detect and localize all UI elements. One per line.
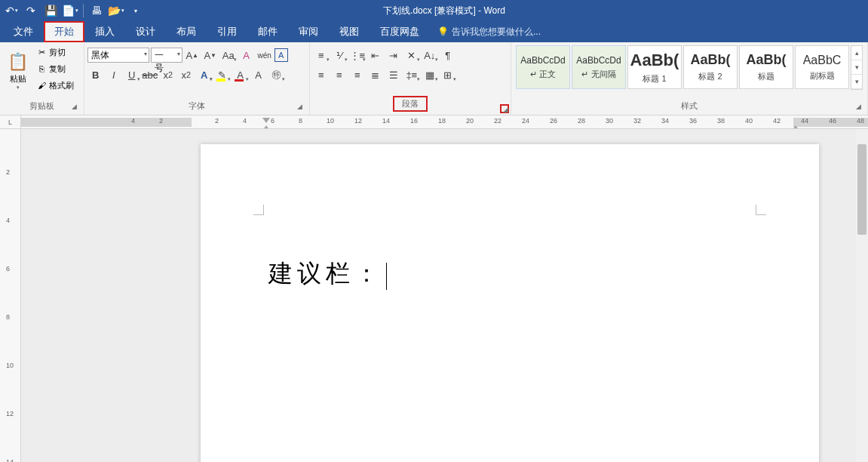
text-cursor [386, 263, 387, 290]
ruler-corner[interactable]: L [0, 116, 21, 129]
copy-button[interactable]: ⎘复制 [32, 60, 77, 77]
clear-format-button[interactable]: A [238, 47, 255, 63]
font-color-button[interactable]: A [232, 66, 249, 83]
bullets-button[interactable]: ≡ [313, 47, 330, 63]
enclose-char-button[interactable]: ㊕ [268, 66, 285, 83]
paste-button[interactable]: 📋 粘贴 ▾ [3, 44, 32, 98]
align-right-button[interactable]: ≡ [349, 66, 366, 83]
cut-button[interactable]: ✂剪切 [32, 44, 77, 60]
font-name-combo[interactable]: 黑体▾ [87, 48, 149, 63]
tab-insert[interactable]: 插入 [84, 21, 125, 42]
tab-baidu[interactable]: 百度网盘 [370, 21, 430, 42]
brush-icon: 🖌 [35, 81, 48, 90]
tab-home[interactable]: 开始 [44, 21, 84, 42]
paragraph-label-highlight: 段落 [393, 96, 428, 112]
align-left-button[interactable]: ≡ [313, 66, 330, 83]
copy-icon: ⎘ [35, 64, 48, 73]
document-area[interactable]: 建议栏： [21, 129, 868, 462]
align-center-button[interactable]: ≡ [331, 66, 348, 83]
first-line-indent-marker[interactable] [262, 116, 270, 122]
hanging-indent-marker[interactable] [262, 123, 270, 129]
style-subtitle[interactable]: AaBbC副标题 [795, 45, 849, 89]
font-launcher[interactable]: ◢ [296, 103, 305, 112]
group-font: 黑体▾ 一号▾ A▲ A▼ Aa A wén A B I U abc x2 x2… [84, 42, 310, 115]
workspace: L 42246810121416182022242628303234363840… [0, 116, 868, 462]
borders-button[interactable]: ⊞ [440, 66, 456, 83]
style-normal[interactable]: AaBbCcDd↵ 正文 [516, 45, 570, 89]
margin-corner-tr [756, 205, 766, 215]
char-shading-button[interactable]: A [250, 66, 267, 83]
line-spacing-button[interactable]: ‡≡ [403, 66, 420, 83]
shrink-font-button[interactable]: A▼ [202, 47, 219, 63]
group-styles: AaBbCcDd↵ 正文 AaBbCcDd↵ 无间隔 AaBb(标题 1 AaB… [511, 42, 868, 115]
increase-indent-button[interactable]: ⇥ [385, 47, 402, 63]
group-label-paragraph: 段落 ◢ [313, 94, 508, 115]
horizontal-ruler[interactable]: 4224681012141618202224262830323436384042… [21, 116, 868, 129]
quick-access-toolbar: ↶▾ ↷ 💾 📄▾ 🖶 📂▾ ▾ [3, 2, 144, 19]
shading-button[interactable]: ▦ [422, 66, 438, 83]
style-heading2[interactable]: AaBb(标题 2 [683, 45, 738, 89]
group-label-styles: 样式◢ [514, 99, 864, 115]
page[interactable]: 建议栏： [201, 144, 819, 462]
change-case-button[interactable]: Aa [220, 47, 237, 63]
style-title[interactable]: AaBb(标题 [739, 45, 793, 89]
document-text[interactable]: 建议栏： [268, 257, 387, 291]
svg-marker-0 [262, 118, 270, 123]
tab-design[interactable]: 设计 [125, 21, 166, 42]
clipboard-launcher[interactable]: ◢ [70, 103, 79, 112]
scrollbar-thumb[interactable] [857, 144, 866, 235]
decrease-indent-button[interactable]: ⇤ [367, 47, 384, 63]
vertical-scrollbar[interactable] [856, 129, 868, 462]
right-indent-marker[interactable] [792, 123, 799, 129]
tab-view[interactable]: 视图 [329, 21, 370, 42]
title-bar: ↶▾ ↷ 💾 📄▾ 🖶 📂▾ ▾ 下划线.docx [兼容模式] - Word [0, 0, 868, 21]
save-button[interactable]: 💾 [42, 2, 59, 19]
italic-button[interactable]: I [106, 66, 122, 83]
vertical-ruler[interactable]: 2468101214 [0, 129, 21, 462]
tell-me-search[interactable]: 💡 告诉我您想要做什么... [437, 26, 541, 38]
group-label-clipboard: 剪贴板◢ [3, 99, 81, 115]
sort-button[interactable]: A↓ [422, 47, 438, 63]
open-button[interactable]: 📂▾ [108, 2, 124, 19]
format-painter-button[interactable]: 🖌格式刷 [32, 77, 77, 94]
superscript-button[interactable]: x2 [178, 66, 195, 83]
scissors-icon: ✂ [35, 48, 48, 57]
lightbulb-icon: 💡 [437, 26, 449, 37]
strike-button[interactable]: abc [142, 66, 158, 83]
distributed-button[interactable]: ☰ [385, 66, 402, 83]
text-direction-button[interactable]: ✕ [403, 47, 420, 63]
underline-button[interactable]: U [124, 66, 140, 83]
justify-button[interactable]: ≣ [367, 66, 384, 83]
phonetic-button[interactable]: wén [256, 47, 273, 63]
style-heading1[interactable]: AaBb(标题 1 [627, 45, 682, 89]
char-border-button[interactable]: A [275, 48, 288, 62]
qat-customize[interactable]: ▾ [127, 2, 144, 19]
redo-button[interactable]: ↷ [23, 2, 39, 19]
ribbon: 📋 粘贴 ▾ ✂剪切 ⎘复制 🖌格式刷 剪贴板◢ 黑体▾ 一号▾ A▲ A▼ A… [0, 42, 868, 116]
multilevel-button[interactable]: ⋮≡ [349, 47, 366, 63]
font-size-combo[interactable]: 一号▾ [151, 48, 182, 63]
print-preview-button[interactable]: 🖶 [88, 2, 105, 19]
group-paragraph: ≡ ⅟ ⋮≡ ⇤ ⇥ ✕ A↓ ¶ ≡ ≡ ≡ ≣ ☰ ‡≡ ▦ ⊞ 段落 [310, 42, 511, 115]
text-effects-button[interactable]: A [196, 66, 213, 83]
subscript-button[interactable]: x2 [160, 66, 176, 83]
numbering-button[interactable]: ⅟ [331, 47, 348, 63]
tab-mailings[interactable]: 邮件 [247, 21, 288, 42]
style-gallery: AaBbCcDd↵ 正文 AaBbCcDd↵ 无间隔 AaBb(标题 1 AaB… [514, 44, 864, 91]
clipboard-icon: 📋 [8, 52, 28, 72]
style-no-spacing[interactable]: AaBbCcDd↵ 无间隔 [572, 45, 626, 89]
bold-button[interactable]: B [87, 66, 104, 83]
grow-font-button[interactable]: A▲ [184, 47, 201, 63]
tab-review[interactable]: 审阅 [288, 21, 329, 42]
show-marks-button[interactable]: ¶ [440, 47, 456, 63]
style-gallery-more[interactable]: ▴▾▾ [851, 45, 863, 90]
undo-button[interactable]: ↶▾ [3, 2, 20, 19]
styles-launcher[interactable]: ◢ [854, 103, 863, 112]
saveas-button[interactable]: 📄▾ [62, 2, 78, 19]
tab-layout[interactable]: 布局 [166, 21, 207, 42]
highlight-button[interactable]: ✎ [214, 66, 231, 83]
margin-corner-tl [253, 205, 264, 215]
tab-references[interactable]: 引用 [207, 21, 247, 42]
paragraph-launcher[interactable]: ◢ [500, 104, 509, 113]
tab-file[interactable]: 文件 [3, 21, 44, 42]
